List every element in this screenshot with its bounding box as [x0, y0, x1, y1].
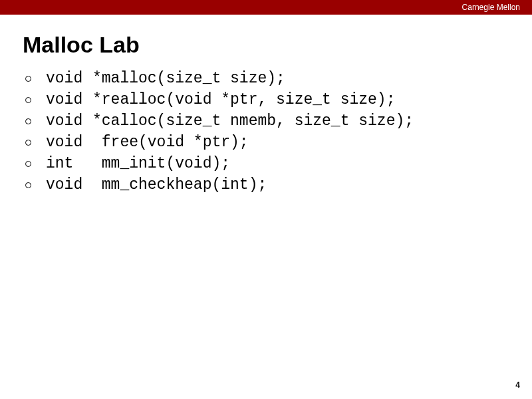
- return-type: int: [46, 155, 92, 172]
- university-name: Carnegie Mellon: [462, 3, 520, 12]
- list-item: void mm_checkheap(int);: [25, 176, 532, 194]
- function-signature: *realloc(void *ptr, size_t size);: [92, 91, 395, 108]
- page-number: 4: [515, 380, 520, 390]
- list-item: void *malloc(size_t size);: [25, 70, 532, 87]
- list-item: void *realloc(void *ptr, size_t size);: [25, 91, 532, 108]
- function-signature: mm_checkheap(int);: [92, 176, 267, 194]
- return-type: void: [46, 91, 92, 108]
- bullet-icon: [25, 118, 31, 124]
- return-type: void: [46, 112, 92, 130]
- function-signature: mm_init(void);: [92, 155, 230, 172]
- bullet-icon: [25, 140, 31, 146]
- bullet-icon: [25, 182, 31, 188]
- bullet-icon: [25, 97, 31, 103]
- return-type: void: [46, 134, 92, 151]
- function-signature: free(void *ptr);: [92, 134, 249, 151]
- header-bar: Carnegie Mellon: [0, 0, 532, 15]
- list-item: int mm_init(void);: [25, 155, 532, 172]
- list-item: void *calloc(size_t nmemb, size_t size);: [25, 112, 532, 130]
- list-item: void free(void *ptr);: [25, 134, 532, 151]
- return-type: void: [46, 70, 92, 87]
- bullet-icon: [25, 76, 31, 82]
- return-type: void: [46, 176, 92, 194]
- function-signature: *calloc(size_t nmemb, size_t size);: [92, 112, 414, 130]
- function-list: void *malloc(size_t size); void *realloc…: [25, 70, 532, 194]
- function-signature: *malloc(size_t size);: [92, 70, 285, 87]
- page-title: Malloc Lab: [23, 32, 532, 58]
- bullet-icon: [25, 161, 31, 167]
